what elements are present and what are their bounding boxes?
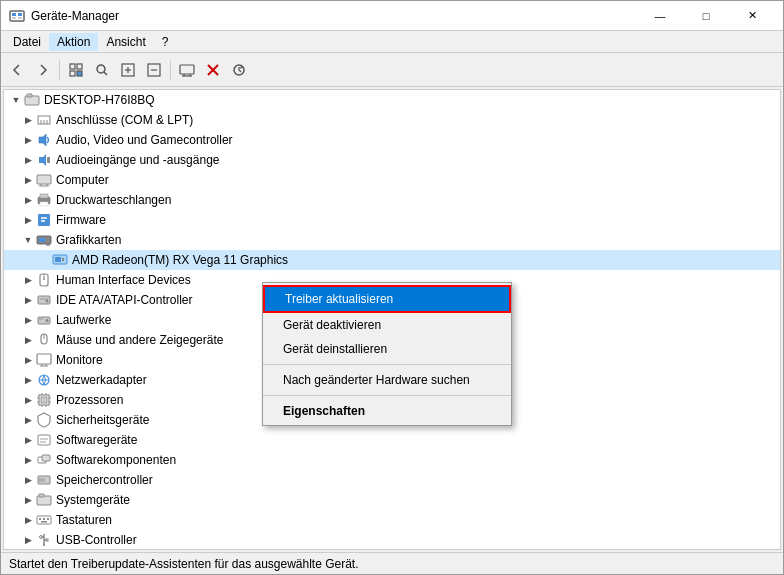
list-item[interactable]: ▶ Systemgeräte: [4, 490, 780, 510]
tree-root[interactable]: ▼ DESKTOP-H76I8BQ: [4, 90, 780, 110]
toolbar-expand[interactable]: [116, 58, 140, 82]
list-item[interactable]: ▶ Firmware: [4, 210, 780, 230]
cm-properties[interactable]: Eigenschaften: [263, 399, 511, 423]
cm-scan-hardware[interactable]: Nach geänderter Hardware suchen: [263, 368, 511, 392]
expand-btn[interactable]: ▶: [20, 352, 36, 368]
menu-aktion[interactable]: Aktion: [49, 33, 98, 51]
expand-btn[interactable]: ▶: [20, 532, 36, 548]
minimize-button[interactable]: —: [637, 1, 683, 31]
list-item[interactable]: ▶ Speichercontroller: [4, 470, 780, 490]
item-label: Sicherheitsgeräte: [56, 413, 149, 427]
menu-ansicht[interactable]: Ansicht: [98, 33, 153, 51]
cm-uninstall[interactable]: Gerät deinstallieren: [263, 337, 511, 361]
expand-btn[interactable]: ▶: [20, 152, 36, 168]
expand-btn[interactable]: ▶: [20, 512, 36, 528]
item-label: Audio, Video und Gamecontroller: [56, 133, 233, 147]
close-button[interactable]: ✕: [729, 1, 775, 31]
expand-btn[interactable]: ▶: [20, 332, 36, 348]
expand-btn[interactable]: ▶: [20, 212, 36, 228]
expand-btn[interactable]: ▶: [20, 312, 36, 328]
device-icon: [36, 132, 52, 148]
item-label: Computer: [56, 173, 109, 187]
menu-help[interactable]: ?: [154, 33, 177, 51]
svg-rect-6: [77, 64, 82, 69]
window: Geräte-Manager — □ ✕ Datei Aktion Ansich…: [0, 0, 784, 575]
list-item[interactable]: ▶ Anschlüsse (COM & LPT): [4, 110, 780, 130]
svg-rect-3: [12, 17, 16, 19]
item-label: AMD Radeon(TM) RX Vega 11 Graphics: [72, 253, 288, 267]
svg-point-51: [43, 278, 45, 280]
expand-btn[interactable]: ▼: [20, 232, 36, 248]
expand-btn[interactable]: ▶: [20, 412, 36, 428]
expand-btn[interactable]: ▶: [20, 472, 36, 488]
list-item[interactable]: ▶ Audioeingänge und -ausgänge: [4, 150, 780, 170]
device-icon: [36, 172, 52, 188]
cm-separator-1: [263, 364, 511, 365]
expand-btn[interactable]: ▶: [20, 452, 36, 468]
item-label: Grafikkarten: [56, 233, 121, 247]
device-icon: [36, 352, 52, 368]
list-item[interactable]: ▶ Tastaturen: [4, 510, 780, 530]
device-tree[interactable]: ▼ DESKTOP-H76I8BQ ▶: [3, 89, 781, 550]
device-icon: [36, 532, 52, 548]
list-item[interactable]: ▶ USB-Controller: [4, 530, 780, 550]
svg-rect-7: [70, 71, 75, 76]
list-item[interactable]: ▶ Druckwarteschlangen: [4, 190, 780, 210]
svg-rect-52: [38, 296, 50, 304]
list-item[interactable]: ▼ Grafikkarten: [4, 230, 780, 250]
svg-rect-48: [62, 258, 64, 261]
device-icon: [36, 332, 52, 348]
toolbar-scan[interactable]: [90, 58, 114, 82]
toolbar-device-view[interactable]: [175, 58, 199, 82]
item-label: Druckwarteschlangen: [56, 193, 171, 207]
toolbar-update[interactable]: [227, 58, 251, 82]
toolbar-sep-1: [59, 60, 60, 80]
expand-btn[interactable]: ▶: [20, 432, 36, 448]
expand-btn[interactable]: ▶: [20, 372, 36, 388]
expand-btn[interactable]: ▶: [20, 132, 36, 148]
device-icon: [36, 432, 52, 448]
expand-btn[interactable]: ▶: [20, 272, 36, 288]
expand-btn[interactable]: ▶: [20, 192, 36, 208]
maximize-button[interactable]: □: [683, 1, 729, 31]
item-label: Monitore: [56, 353, 103, 367]
menu-datei[interactable]: Datei: [5, 33, 49, 51]
svg-rect-5: [70, 64, 75, 69]
amd-radeon-item[interactable]: ▶ AMD Radeon(TM) RX Vega 11 Graphics: [4, 250, 780, 270]
cm-update-driver[interactable]: Treiber aktualisieren: [263, 285, 511, 313]
svg-rect-32: [37, 175, 51, 184]
toolbar-properties[interactable]: [64, 58, 88, 82]
device-icon: [52, 252, 68, 268]
toolbar-back[interactable]: [5, 58, 29, 82]
svg-rect-80: [42, 455, 50, 461]
list-item[interactable]: ▶ Audio, Video und Gamecontroller: [4, 130, 780, 150]
toolbar-collapse[interactable]: [142, 58, 166, 82]
svg-point-9: [97, 65, 105, 73]
item-label: Mäuse und andere Zeigegeräte: [56, 333, 223, 347]
expand-btn[interactable]: ▶: [20, 112, 36, 128]
device-icon: [36, 272, 52, 288]
list-item[interactable]: ▶ Computer: [4, 170, 780, 190]
svg-rect-2: [18, 13, 22, 16]
list-item[interactable]: ▶ Softwaregeräte: [4, 430, 780, 450]
svg-rect-8: [77, 71, 82, 76]
svg-rect-76: [38, 435, 50, 445]
expand-btn[interactable]: ▶: [20, 292, 36, 308]
window-title: Geräte-Manager: [31, 9, 119, 23]
device-icon: [36, 452, 52, 468]
expand-btn[interactable]: ▶: [20, 172, 36, 188]
item-label: Systemgeräte: [56, 493, 130, 507]
toolbar-forward[interactable]: [31, 58, 55, 82]
item-label: Laufwerke: [56, 313, 111, 327]
status-text: Startet den Treiberupdate-Assistenten fü…: [9, 557, 359, 571]
svg-rect-31: [47, 157, 50, 163]
cm-deactivate[interactable]: Gerät deaktivieren: [263, 313, 511, 337]
expand-btn[interactable]: ▶: [20, 492, 36, 508]
human-interface-label: Human Interface Devices: [56, 273, 191, 287]
expand-root[interactable]: ▼: [8, 92, 24, 108]
device-icon: [36, 492, 52, 508]
expand-btn[interactable]: ▶: [20, 392, 36, 408]
list-item[interactable]: ▶ Softwarekomponenten: [4, 450, 780, 470]
toolbar-remove[interactable]: [201, 58, 225, 82]
device-icon: [36, 112, 52, 128]
